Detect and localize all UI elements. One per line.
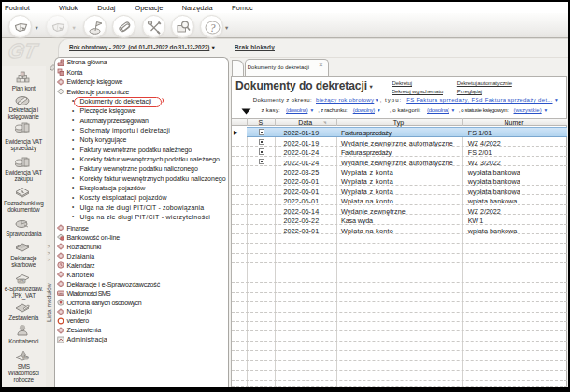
svg-text:SMS: SMS	[22, 357, 28, 359]
svg-text:?: ?	[210, 21, 216, 35]
svg-text:JPK: JPK	[19, 279, 25, 283]
svg-text:sms: sms	[58, 292, 64, 296]
